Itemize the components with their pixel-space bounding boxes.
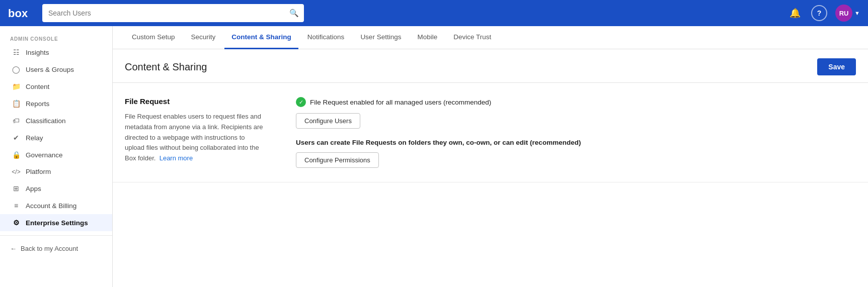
- sidebar: ADMIN CONSOLE ☷ Insights ◯ Users & Group…: [0, 26, 113, 287]
- section-inner: File Request File Request enables users …: [125, 97, 856, 168]
- file-request-section: File Request File Request enables users …: [113, 83, 868, 182]
- sidebar-item-relay[interactable]: ✔ Relay: [0, 129, 112, 146]
- sidebar-item-label: Reports: [26, 100, 49, 108]
- navbar: box 🔍 🔔 ? RU ▼: [0, 0, 868, 26]
- arrow-left-icon: ←: [10, 245, 17, 252]
- tab-user-settings[interactable]: User Settings: [353, 26, 408, 49]
- option-row-2: Users can create File Requests on folder…: [296, 139, 856, 168]
- sidebar-item-label: Content: [26, 83, 49, 90]
- tab-mobile[interactable]: Mobile: [410, 26, 444, 49]
- file-request-title: File Request: [125, 97, 266, 106]
- sidebar-item-label: Account & Billing: [26, 202, 76, 210]
- sidebar-divider: [0, 235, 112, 236]
- reports-icon: 📋: [12, 100, 21, 108]
- configure-users-button[interactable]: Configure Users: [296, 113, 360, 129]
- tab-device-trust[interactable]: Device Trust: [446, 26, 498, 49]
- content-header: Content & Sharing Save: [113, 49, 868, 83]
- search-icon: 🔍: [289, 9, 299, 18]
- save-button[interactable]: Save: [817, 58, 856, 75]
- relay-icon: ✔: [12, 134, 21, 142]
- learn-more-link[interactable]: Learn more: [160, 154, 193, 162]
- sidebar-item-account-billing[interactable]: ≡ Account & Billing: [0, 197, 112, 214]
- section-right: ✓ File Request enabled for all managed u…: [296, 97, 856, 168]
- check-icon-1: ✓: [296, 97, 306, 107]
- platform-icon: </>: [12, 168, 21, 175]
- settings-icon: ⚙: [12, 219, 21, 227]
- main-layout: ADMIN CONSOLE ☷ Insights ◯ Users & Group…: [0, 26, 868, 287]
- sidebar-item-label: Users & Groups: [26, 66, 74, 73]
- tab-security[interactable]: Security: [184, 26, 223, 49]
- classification-icon: 🏷: [12, 117, 21, 125]
- navbar-right: 🔔 ? RU ▼: [787, 5, 860, 22]
- sidebar-item-label: Insights: [26, 49, 49, 56]
- sidebar-item-content[interactable]: 📁 Content: [0, 78, 112, 95]
- section-left: File Request File Request enables users …: [125, 97, 266, 168]
- chevron-down-icon: ▼: [854, 10, 860, 16]
- content-area: Custom Setup Security Content & Sharing …: [113, 26, 868, 287]
- configure-permissions-button[interactable]: Configure Permissions: [296, 152, 379, 168]
- sidebar-item-label: Governance: [26, 151, 63, 159]
- admin-console-label: ADMIN CONSOLE: [0, 32, 112, 44]
- avatar[interactable]: RU: [835, 5, 852, 22]
- svg-text:box: box: [8, 7, 28, 20]
- sidebar-item-users-groups[interactable]: ◯ Users & Groups: [0, 61, 112, 78]
- help-button[interactable]: ?: [811, 5, 827, 21]
- sidebar-item-insights[interactable]: ☷ Insights: [0, 44, 112, 61]
- sidebar-item-governance[interactable]: 🔒 Governance: [0, 146, 112, 163]
- option-row-1: ✓ File Request enabled for all managed u…: [296, 97, 856, 129]
- sidebar-item-enterprise-settings[interactable]: ⚙ Enterprise Settings: [0, 214, 112, 231]
- apps-icon: ⊞: [12, 184, 21, 193]
- tab-custom-setup[interactable]: Custom Setup: [125, 26, 182, 49]
- sidebar-item-platform[interactable]: </> Platform: [0, 163, 112, 180]
- sidebar-item-label: Platform: [26, 168, 51, 175]
- option1-label: ✓ File Request enabled for all managed u…: [296, 97, 856, 107]
- sidebar-item-label: Apps: [26, 185, 41, 193]
- insights-icon: ☷: [12, 48, 21, 56]
- tab-content-sharing[interactable]: Content & Sharing: [224, 26, 298, 49]
- search-container: 🔍: [42, 4, 304, 22]
- file-request-description: File Request enables users to request fi…: [125, 112, 266, 164]
- governance-icon: 🔒: [12, 151, 21, 159]
- users-icon: ◯: [12, 65, 21, 73]
- notifications-button[interactable]: 🔔: [787, 5, 803, 21]
- sidebar-item-label: Enterprise Settings: [26, 219, 88, 227]
- sidebar-item-apps[interactable]: ⊞ Apps: [0, 180, 112, 197]
- page-title: Content & Sharing: [125, 61, 207, 73]
- option2-label: Users can create File Requests on folder…: [296, 139, 856, 146]
- content-icon: 📁: [12, 82, 21, 90]
- back-label: Back to my Account: [21, 245, 78, 252]
- tab-notifications[interactable]: Notifications: [300, 26, 352, 49]
- sidebar-item-label: Relay: [26, 134, 43, 142]
- user-menu[interactable]: RU ▼: [835, 5, 860, 22]
- tabs-bar: Custom Setup Security Content & Sharing …: [113, 26, 868, 49]
- billing-icon: ≡: [12, 202, 21, 210]
- sidebar-item-reports[interactable]: 📋 Reports: [0, 95, 112, 112]
- search-input[interactable]: [42, 4, 304, 22]
- box-logo[interactable]: box: [8, 6, 30, 20]
- sidebar-item-classification[interactable]: 🏷 Classification: [0, 112, 112, 129]
- back-to-account[interactable]: ← Back to my Account: [0, 240, 112, 257]
- sidebar-item-label: Classification: [26, 117, 66, 125]
